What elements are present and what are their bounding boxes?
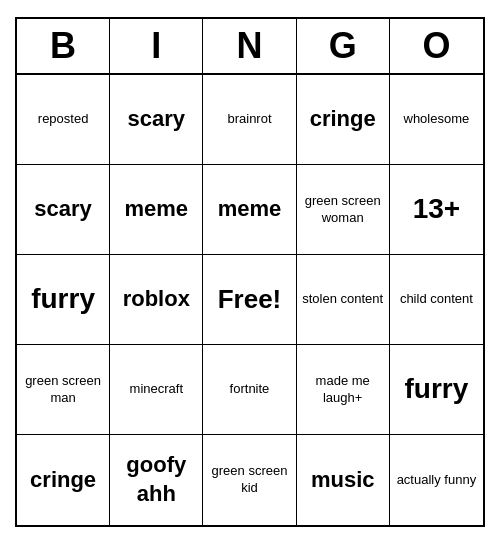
bingo-cell: wholesome bbox=[390, 75, 483, 165]
bingo-cell: green screen man bbox=[17, 345, 110, 435]
cell-text: fortnite bbox=[230, 381, 270, 398]
cell-text: roblox bbox=[123, 285, 190, 314]
bingo-cell: 13+ bbox=[390, 165, 483, 255]
cell-text: made me laugh+ bbox=[301, 373, 385, 407]
bingo-cell: made me laugh+ bbox=[297, 345, 390, 435]
cell-text: furry bbox=[404, 371, 468, 407]
cell-text: green screen kid bbox=[207, 463, 291, 497]
bingo-cell: green screen kid bbox=[203, 435, 296, 525]
bingo-cell: actually funny bbox=[390, 435, 483, 525]
cell-text: reposted bbox=[38, 111, 89, 128]
bingo-cell: fortnite bbox=[203, 345, 296, 435]
cell-text: 13+ bbox=[413, 191, 461, 227]
cell-text: goofy ahh bbox=[114, 451, 198, 508]
cell-text: scary bbox=[128, 105, 186, 134]
cell-text: minecraft bbox=[130, 381, 183, 398]
cell-text: child content bbox=[400, 291, 473, 308]
cell-text: green screen woman bbox=[301, 193, 385, 227]
bingo-letter: B bbox=[17, 19, 110, 73]
bingo-cell: music bbox=[297, 435, 390, 525]
bingo-cell: brainrot bbox=[203, 75, 296, 165]
cell-text: furry bbox=[31, 281, 95, 317]
bingo-cell: child content bbox=[390, 255, 483, 345]
bingo-cell: green screen woman bbox=[297, 165, 390, 255]
cell-text: meme bbox=[124, 195, 188, 224]
bingo-letter: O bbox=[390, 19, 483, 73]
cell-text: meme bbox=[218, 195, 282, 224]
bingo-header: BINGO bbox=[17, 19, 483, 75]
bingo-cell: meme bbox=[203, 165, 296, 255]
bingo-cell: cringe bbox=[17, 435, 110, 525]
bingo-grid: repostedscarybrainrotcringewholesomescar… bbox=[17, 75, 483, 525]
cell-text: cringe bbox=[310, 105, 376, 134]
cell-text: green screen man bbox=[21, 373, 105, 407]
bingo-cell: scary bbox=[110, 75, 203, 165]
bingo-letter: N bbox=[203, 19, 296, 73]
cell-text: wholesome bbox=[404, 111, 470, 128]
bingo-letter: G bbox=[297, 19, 390, 73]
bingo-cell: minecraft bbox=[110, 345, 203, 435]
cell-text: actually funny bbox=[397, 472, 477, 489]
cell-text: brainrot bbox=[227, 111, 271, 128]
cell-text: cringe bbox=[30, 466, 96, 495]
bingo-cell: cringe bbox=[297, 75, 390, 165]
bingo-cell: furry bbox=[390, 345, 483, 435]
bingo-cell: goofy ahh bbox=[110, 435, 203, 525]
bingo-cell: stolen content bbox=[297, 255, 390, 345]
bingo-letter: I bbox=[110, 19, 203, 73]
bingo-card: BINGO repostedscarybrainrotcringewholeso… bbox=[15, 17, 485, 527]
bingo-cell: Free! bbox=[203, 255, 296, 345]
bingo-cell: furry bbox=[17, 255, 110, 345]
bingo-cell: meme bbox=[110, 165, 203, 255]
cell-text: stolen content bbox=[302, 291, 383, 308]
cell-text: music bbox=[311, 466, 375, 495]
cell-text: scary bbox=[34, 195, 92, 224]
bingo-cell: reposted bbox=[17, 75, 110, 165]
bingo-cell: roblox bbox=[110, 255, 203, 345]
cell-text: Free! bbox=[218, 283, 282, 317]
bingo-cell: scary bbox=[17, 165, 110, 255]
